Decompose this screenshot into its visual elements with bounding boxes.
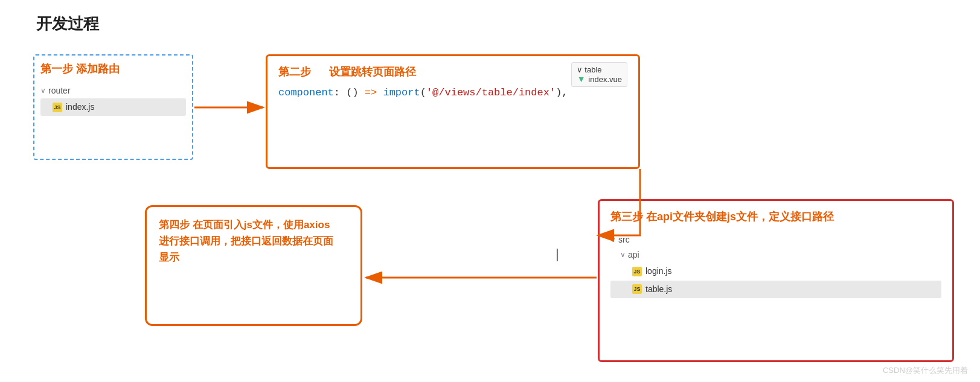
chevron-icon-4: ∨ [620, 249, 626, 262]
js-icon-2: JS [632, 267, 642, 276]
step3-src-name: src [618, 232, 630, 247]
step2-subtitle: 设置跳转页面路径 [329, 66, 416, 78]
step2-vue-file: ▼ index.vue [577, 74, 622, 84]
watermark: CSDN@笑什么笑先用着 [883, 365, 968, 376]
step3-api-folder: ∨ api [610, 247, 941, 263]
step3-table-filename: table.js [645, 282, 672, 297]
text-cursor: | [556, 246, 559, 262]
code-arrow: => [365, 87, 377, 98]
code-space [377, 87, 383, 98]
step3-title: 第三步 在api文件夹创建js文件，定义接口路径 [610, 209, 941, 224]
step1-box: 第一步 添加路由 ∨ router JS index.js [33, 54, 193, 160]
page-title: 开发过程 [36, 13, 99, 34]
chevron-icon-2: ∨ [577, 65, 583, 74]
code-open-paren: ( [420, 87, 426, 98]
chevron-icon: ∨ [40, 84, 46, 98]
step1-file: JS index.js [40, 98, 186, 116]
code-import: import [383, 87, 420, 98]
step2-file-tree: ∨ table ▼ index.vue [571, 62, 627, 87]
step2-file-name: index.vue [588, 75, 622, 84]
vue-icon: ▼ [577, 74, 586, 84]
step1-folder: ∨ router [40, 83, 186, 98]
step1-file-name: index.js [66, 100, 94, 115]
step3-box: 第三步 在api文件夹创建js文件，定义接口路径 ∨ src ∨ api JS … [598, 199, 954, 362]
code-string-value: '@/views/table/index' [426, 87, 556, 98]
step1-title: 第一步 添加路由 [40, 62, 186, 76]
step4-title: 第四步 在页面引入js文件，使用axios 进行接口调用，把接口返回数据在页面 … [159, 217, 348, 266]
step2-table-folder: ∨ table [577, 65, 622, 74]
code-component: component [278, 87, 334, 98]
js-icon-3: JS [632, 284, 642, 294]
step3-src-folder: ∨ src [610, 232, 941, 247]
step3-login-file: JS login.js [610, 263, 941, 280]
step2-label: 第二步 [278, 66, 311, 78]
step3-api-name: api [628, 247, 639, 263]
step4-box: 第四步 在页面引入js文件，使用axios 进行接口调用，把接口返回数据在页面 … [145, 205, 362, 326]
js-icon: JS [53, 103, 62, 112]
step2-box: 第二步 设置跳转页面路径 ∨ table ▼ index.vue compone… [266, 54, 640, 169]
code-colon: : () [334, 87, 365, 98]
step2-code: component: () => import('@/views/table/i… [278, 85, 627, 101]
step1-file-tree: ∨ router JS index.js [40, 83, 186, 116]
step1-folder-name: router [48, 83, 71, 98]
chevron-icon-3: ∨ [610, 234, 616, 247]
step3-table-file: JS table.js [610, 281, 941, 298]
step3-file-tree: ∨ src ∨ api JS login.js JS table.js [610, 232, 941, 298]
step2-folder-name: table [584, 65, 601, 74]
step3-login-filename: login.js [645, 264, 672, 279]
code-close-paren: ), [556, 87, 568, 98]
